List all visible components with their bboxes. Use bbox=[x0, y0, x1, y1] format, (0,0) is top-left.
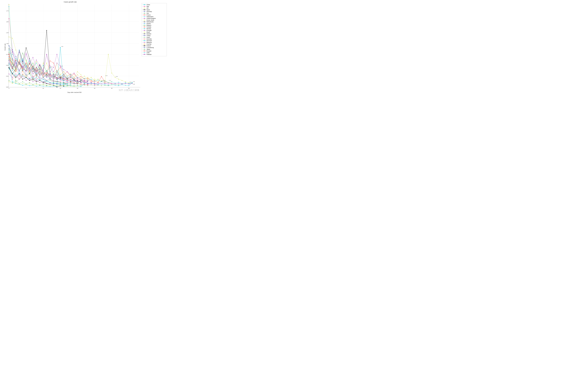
svg-point-830 bbox=[144, 30, 145, 31]
svg-rect-610 bbox=[29, 80, 30, 81]
svg-point-644 bbox=[40, 84, 40, 85]
svg-point-234 bbox=[94, 82, 95, 83]
svg-point-596 bbox=[29, 72, 30, 72]
svg-marker-845 bbox=[144, 42, 145, 43]
svg-marker-710 bbox=[29, 60, 30, 60]
svg-point-324 bbox=[19, 50, 20, 50]
svg-point-765 bbox=[91, 82, 92, 83]
svg-point-348 bbox=[40, 67, 40, 68]
svg-point-33 bbox=[12, 82, 13, 82]
svg-marker-584 bbox=[43, 81, 44, 82]
svg-marker-814 bbox=[144, 16, 145, 17]
legend-label: Germany bbox=[147, 11, 152, 12]
legend-label: Chile bbox=[147, 52, 150, 54]
svg-point-121 bbox=[94, 79, 95, 80]
svg-point-672 bbox=[9, 56, 9, 57]
svg-point-828 bbox=[144, 28, 145, 29]
svg-marker-576 bbox=[16, 74, 16, 74]
legend-item-czechia: Czechia bbox=[143, 43, 166, 45]
svg-point-426 bbox=[88, 82, 88, 82]
svg-point-451 bbox=[91, 77, 92, 78]
y-axis-label: Growth rate bbox=[4, 44, 6, 50]
legend-label: Denmark bbox=[147, 40, 152, 42]
svg-rect-620 bbox=[64, 86, 64, 86]
legend-item-luxembourg: Luxembourg bbox=[143, 47, 166, 48]
svg-point-36 bbox=[22, 85, 23, 86]
svg-marker-239 bbox=[22, 60, 23, 60]
svg-point-437 bbox=[43, 63, 44, 63]
svg-point-855 bbox=[144, 50, 145, 51]
svg-point-515 bbox=[53, 74, 54, 75]
legend-label: China bbox=[147, 4, 150, 6]
svg-point-172 bbox=[64, 77, 64, 78]
legend-label: Belgium bbox=[147, 24, 151, 26]
svg-point-655 bbox=[77, 85, 78, 86]
svg-point-598 bbox=[36, 74, 37, 75]
svg-point-279 bbox=[12, 83, 13, 84]
svg-point-808 bbox=[144, 11, 145, 12]
chart-area: 0.000.250.500.751.001.251.501.7505101520… bbox=[8, 4, 140, 87]
svg-point-657 bbox=[84, 85, 85, 86]
svg-point-859 bbox=[144, 54, 145, 55]
svg-point-626 bbox=[26, 74, 26, 75]
legend-item-australia: Australia bbox=[143, 38, 166, 40]
svg-text:0.13: 0.13 bbox=[61, 80, 63, 81]
svg-point-261 bbox=[33, 57, 33, 58]
svg-point-222 bbox=[53, 63, 54, 63]
svg-point-175 bbox=[74, 80, 74, 81]
svg-point-42 bbox=[43, 86, 44, 86]
svg-marker-728 bbox=[91, 79, 92, 80]
svg-point-652 bbox=[67, 86, 68, 86]
svg-point-673 bbox=[12, 60, 13, 60]
svg-point-654 bbox=[74, 86, 74, 86]
svg-point-802 bbox=[144, 6, 145, 7]
svg-point-741 bbox=[9, 60, 9, 61]
svg-point-224 bbox=[60, 67, 61, 68]
svg-point-385 bbox=[9, 60, 9, 60]
svg-text:0.13: 0.13 bbox=[102, 80, 104, 81]
svg-rect-614 bbox=[43, 82, 44, 83]
svg-marker-548 bbox=[32, 78, 33, 79]
svg-point-645 bbox=[43, 84, 44, 84]
svg-point-430 bbox=[19, 60, 20, 60]
svg-point-198 bbox=[50, 80, 50, 81]
svg-point-76 bbox=[33, 76, 33, 76]
chart-container: Cases growth rate Growth rate Days after… bbox=[0, 0, 167, 94]
svg-point-752 bbox=[46, 77, 47, 78]
svg-rect-826 bbox=[144, 26, 145, 27]
legend-item-chile: Chile bbox=[143, 52, 166, 54]
svg-point-408 bbox=[26, 53, 26, 53]
legend-item-korea--south: Korea, South bbox=[143, 19, 166, 21]
svg-point-72 bbox=[19, 76, 20, 76]
svg-point-64 bbox=[118, 86, 119, 86]
legend-item-germany: Germany bbox=[143, 11, 166, 12]
svg-point-285 bbox=[33, 85, 33, 86]
svg-point-420 bbox=[67, 72, 68, 72]
svg-text:0.75: 0.75 bbox=[6, 54, 8, 55]
svg-point-832 bbox=[144, 32, 145, 32]
svg-point-131 bbox=[128, 82, 129, 83]
svg-point-263 bbox=[40, 64, 40, 65]
svg-rect-371 bbox=[43, 76, 44, 76]
svg-point-759 bbox=[70, 79, 71, 80]
svg-point-659 bbox=[91, 84, 92, 85]
svg-point-443 bbox=[64, 72, 64, 72]
svg-point-233 bbox=[91, 80, 92, 81]
svg-point-225 bbox=[64, 74, 64, 75]
svg-point-188 bbox=[16, 82, 16, 82]
svg-point-660 bbox=[94, 86, 95, 86]
svg-point-284 bbox=[29, 84, 30, 84]
legend-label: Japan bbox=[147, 48, 150, 50]
svg-text:0.10: 0.10 bbox=[133, 81, 135, 82]
svg-point-837 bbox=[144, 35, 145, 36]
legend-label: US bbox=[147, 7, 148, 9]
svg-point-633 bbox=[50, 79, 50, 80]
svg-point-503 bbox=[12, 58, 13, 59]
svg-point-629 bbox=[36, 74, 37, 74]
svg-point-446 bbox=[74, 77, 74, 78]
svg-point-180 bbox=[91, 83, 92, 84]
svg-point-693 bbox=[80, 79, 81, 80]
legend-label: Switzerland bbox=[147, 16, 153, 18]
svg-point-119 bbox=[88, 77, 88, 78]
svg-point-764 bbox=[88, 83, 88, 84]
